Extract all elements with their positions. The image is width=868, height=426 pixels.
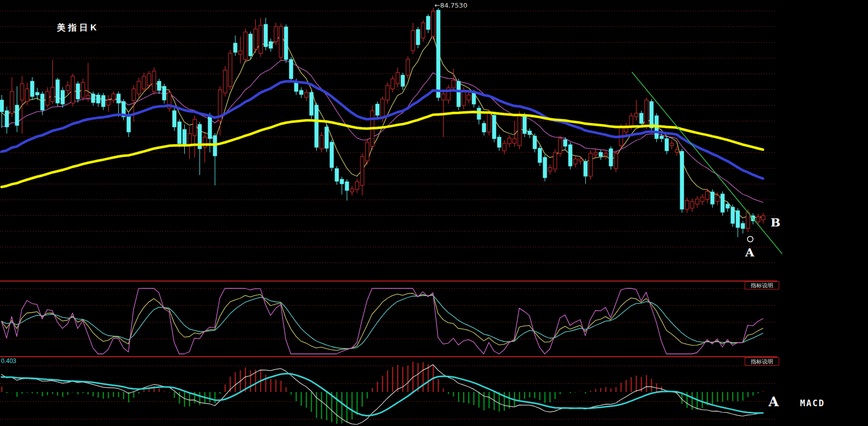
chart-canvas[interactable] bbox=[0, 0, 868, 426]
candle-down bbox=[721, 194, 724, 212]
candle-down bbox=[599, 152, 603, 156]
candle-up bbox=[548, 168, 552, 171]
candle-up bbox=[279, 26, 283, 57]
candle-down bbox=[609, 149, 613, 166]
candle-down bbox=[472, 92, 476, 104]
point-b-label: B bbox=[771, 215, 780, 229]
candle-up bbox=[51, 87, 54, 102]
candle-up bbox=[10, 91, 14, 113]
candle-up bbox=[462, 90, 465, 106]
candle-down bbox=[680, 151, 684, 209]
candle-down bbox=[736, 211, 740, 227]
candle-up bbox=[112, 94, 115, 100]
candle-up bbox=[690, 202, 694, 208]
candle-down bbox=[584, 161, 587, 176]
candle-up bbox=[761, 216, 765, 220]
candle-down bbox=[563, 140, 567, 146]
candle-up bbox=[553, 152, 557, 169]
macd-point-a-label: A bbox=[769, 394, 779, 409]
indicator-help-link-kdj[interactable]: 指标说明 bbox=[745, 281, 779, 289]
indicator-help-link-macd[interactable]: 指标说明 bbox=[745, 357, 779, 366]
candle-down bbox=[538, 148, 542, 162]
candle-down bbox=[157, 81, 161, 90]
candle-up bbox=[558, 139, 562, 153]
candle-down bbox=[731, 207, 735, 223]
candle-up bbox=[574, 159, 577, 164]
candle-up bbox=[386, 85, 389, 100]
candle-down bbox=[533, 136, 537, 149]
candle-up bbox=[579, 159, 582, 161]
candle-up bbox=[193, 119, 196, 136]
candle-down bbox=[660, 136, 663, 139]
candle-up bbox=[594, 152, 597, 155]
candle-up bbox=[381, 99, 384, 118]
candle-up bbox=[25, 89, 29, 102]
candle-up bbox=[518, 114, 521, 146]
candle-down bbox=[183, 129, 186, 145]
candle-up bbox=[20, 84, 24, 100]
candle-down bbox=[741, 223, 745, 228]
candle-down bbox=[178, 122, 181, 144]
candle-up bbox=[239, 51, 242, 54]
candle-up bbox=[452, 80, 455, 88]
candle-down bbox=[310, 92, 313, 115]
candle-down bbox=[315, 105, 318, 147]
candle-up bbox=[86, 95, 90, 98]
candle-up bbox=[152, 71, 156, 91]
candle-down bbox=[726, 204, 729, 208]
candle-up bbox=[756, 217, 760, 222]
candle-down bbox=[345, 182, 349, 190]
candle-down bbox=[284, 27, 288, 59]
chart-title: 美指日K bbox=[57, 22, 99, 34]
candle-down bbox=[299, 90, 303, 94]
candle-down bbox=[528, 131, 531, 135]
candle-down bbox=[482, 123, 486, 132]
candle-down bbox=[569, 145, 572, 166]
candle-up bbox=[503, 143, 506, 151]
candle-up bbox=[305, 92, 308, 97]
candle-up bbox=[589, 153, 592, 176]
candle-down bbox=[477, 108, 481, 119]
candle-down bbox=[376, 104, 379, 115]
candle-down bbox=[497, 137, 501, 147]
candle-down bbox=[61, 90, 64, 104]
candle-up bbox=[365, 142, 369, 161]
candle-down bbox=[36, 92, 39, 95]
candle-down bbox=[543, 157, 547, 178]
candle-down bbox=[56, 80, 59, 103]
candle-up bbox=[487, 113, 491, 132]
candle-up bbox=[411, 30, 415, 51]
candle-up bbox=[107, 100, 110, 105]
candle-up bbox=[132, 89, 136, 101]
candle-up bbox=[223, 70, 227, 93]
candle-down bbox=[173, 111, 176, 127]
point-a-label: A bbox=[745, 245, 754, 259]
candle-up bbox=[635, 113, 638, 117]
candle-up bbox=[675, 150, 679, 152]
candle-down bbox=[76, 84, 80, 99]
candle-up bbox=[147, 74, 151, 85]
candle-up bbox=[66, 85, 70, 90]
candle-down bbox=[325, 127, 328, 148]
candle-up bbox=[421, 23, 425, 38]
peak-price-annotation: ←84.7530 bbox=[435, 2, 468, 9]
candle-up bbox=[71, 76, 75, 103]
candle-down bbox=[426, 16, 430, 29]
candle-down bbox=[437, 10, 440, 97]
candle-down bbox=[492, 115, 496, 139]
candle-up bbox=[396, 73, 399, 84]
candle-down bbox=[41, 94, 44, 110]
candle-down bbox=[264, 24, 268, 47]
candle-up bbox=[350, 189, 354, 192]
candle-up bbox=[254, 29, 257, 49]
macd-indicator-label: MACD bbox=[800, 398, 825, 408]
candle-up bbox=[406, 59, 410, 75]
candle-down bbox=[233, 43, 237, 52]
candle-down bbox=[127, 115, 130, 132]
candle-down bbox=[96, 95, 100, 103]
candle-down bbox=[711, 192, 714, 204]
candle-up bbox=[629, 116, 633, 126]
candle-up bbox=[81, 82, 85, 97]
candle-up bbox=[513, 139, 516, 143]
candle-down bbox=[91, 94, 95, 103]
